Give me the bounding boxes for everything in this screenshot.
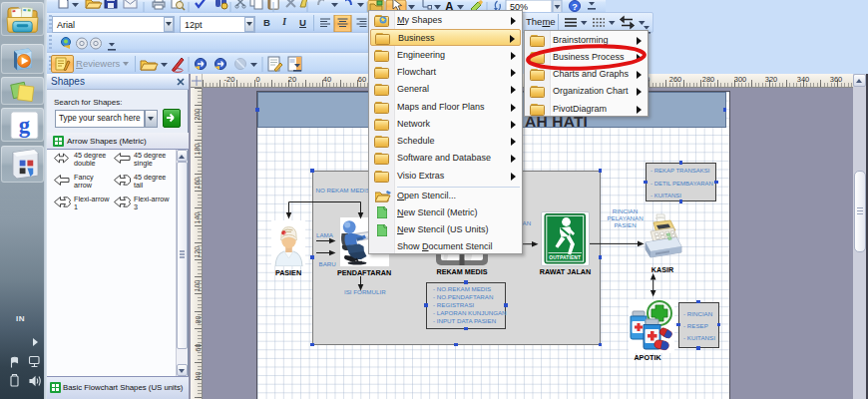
svg-text:double: double: [74, 159, 96, 168]
svg-text:single: single: [134, 159, 153, 168]
svg-text:g: g: [19, 113, 31, 138]
svg-text:Flexi-arrow: Flexi-arrow: [74, 195, 110, 203]
svg-text:arrow: arrow: [74, 181, 93, 190]
svg-text:tail: tail: [134, 181, 144, 190]
svg-text:Flexi-arrow: Flexi-arrow: [134, 195, 170, 203]
svg-text:1: 1: [74, 202, 78, 211]
svg-text:?: ?: [572, 2, 578, 12]
svg-text:3: 3: [134, 202, 138, 211]
